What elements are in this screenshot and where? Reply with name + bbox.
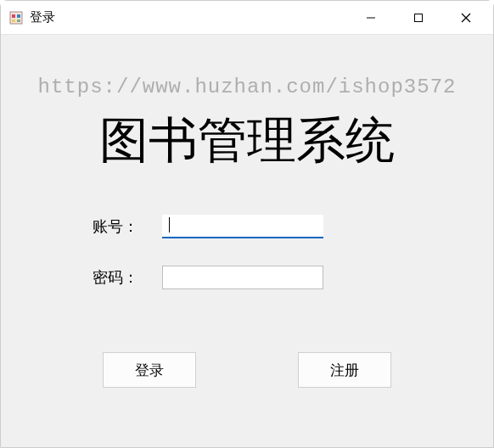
- button-row: 登录 注册: [103, 352, 391, 388]
- login-button[interactable]: 登录: [103, 352, 196, 388]
- password-input[interactable]: [162, 266, 323, 289]
- titlebar[interactable]: 登录: [1, 1, 493, 35]
- window-title: 登录: [30, 9, 55, 25]
- close-button[interactable]: [442, 1, 490, 34]
- register-button-label: 注册: [330, 361, 359, 380]
- register-button[interactable]: 注册: [298, 352, 391, 388]
- watermark-text: https://www.huzhan.com/ishop3572: [1, 76, 493, 98]
- app-icon: [9, 11, 23, 25]
- account-input[interactable]: [162, 215, 323, 238]
- svg-rect-1: [12, 14, 15, 18]
- minimize-button[interactable]: [347, 1, 395, 34]
- text-caret: [169, 217, 170, 232]
- client-area: https://www.huzhan.com/ishop3572 图书管理系统 …: [1, 35, 493, 447]
- svg-rect-4: [17, 20, 20, 22]
- window-controls: [347, 1, 490, 34]
- svg-rect-3: [12, 20, 15, 22]
- svg-rect-6: [415, 14, 423, 21]
- account-label: 账号：: [93, 216, 162, 237]
- login-button-label: 登录: [135, 361, 164, 380]
- account-row: 账号：: [93, 215, 323, 238]
- window-frame: 登录 https://www.huzhan.com/ishop3572 图书管理…: [0, 0, 494, 448]
- maximize-button[interactable]: [395, 1, 442, 34]
- password-row: 密码：: [93, 266, 323, 289]
- page-title: 图书管理系统: [1, 108, 493, 174]
- password-label: 密码：: [93, 267, 162, 288]
- svg-rect-2: [17, 14, 20, 18]
